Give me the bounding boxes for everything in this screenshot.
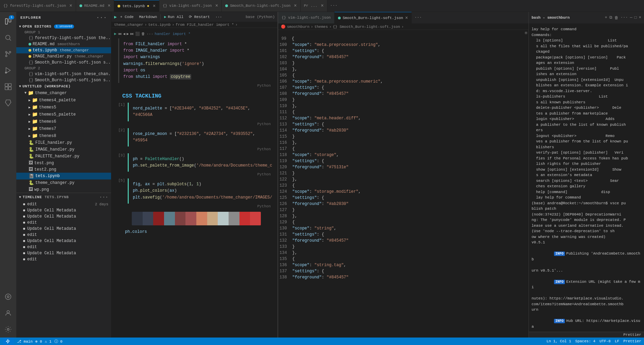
file-palette-handler[interactable]: 🐍 PALETTE_handler.py (16, 153, 111, 160)
folder-theme-changer[interactable]: ▼ 📁 theme_changer (16, 89, 111, 97)
activity-icon-search[interactable] (0, 30, 16, 46)
activity-icon-run[interactable] (0, 62, 16, 79)
activity-icon-test[interactable] (0, 95, 16, 111)
terminal-split-icon[interactable]: ⧉ (609, 15, 612, 20)
clear-icon[interactable]: ⬛ (135, 32, 140, 36)
timeline-item-5[interactable]: Update Cell Metadata (16, 226, 111, 232)
json-code-content[interactable]: 99 { 100 "scope": "meta.preprocessor.str… (278, 36, 529, 338)
json-tab-more[interactable]: ··· (412, 15, 425, 20)
tab-close[interactable]: × (215, 3, 218, 8)
open-editor-forestfly[interactable]: {} forestfly-light-soft.json the... (16, 35, 111, 41)
btn-markdown[interactable]: Markdown (137, 14, 159, 20)
errors-count[interactable]: ⊗ 0 (35, 339, 42, 344)
file-theme-changer-py[interactable]: 🐍 theme_changer.py (16, 179, 111, 186)
tab-vim-json[interactable]: {} vim-light-soft.json (278, 12, 335, 24)
open-editor-readme[interactable]: README.md smoothburn (16, 41, 111, 47)
timeline-item-4[interactable]: edit (16, 220, 111, 226)
open-editor-smooth2[interactable]: {} Smooth_Burn-light-soft.json s... (16, 77, 111, 83)
folder-themes4[interactable]: ▶ 📁 themes4_palette (16, 97, 111, 104)
terminal-add-icon[interactable]: + (605, 15, 607, 20)
tab-close[interactable]: × (69, 3, 72, 8)
cell-code-3[interactable]: rose_pine_moon = ["#232136", "#2A2734", … (128, 128, 271, 146)
activity-icon-accounts[interactable] (0, 305, 16, 321)
nav-icon[interactable]: ⏮ (118, 32, 122, 36)
terminal-content[interactable]: lay help for command Commands: ls [optio… (529, 24, 644, 332)
timeline-item-1[interactable]: edit 2 days (16, 201, 111, 207)
timeline-options[interactable]: ··· (99, 194, 108, 200)
file-test-png[interactable]: 🖼 test.png (16, 160, 111, 166)
tab-close[interactable]: × (321, 3, 323, 8)
open-editor-tets[interactable]: tets.ipynb theme_changer (16, 47, 111, 53)
info-count[interactable]: ⓘ 0 (54, 339, 62, 344)
tab-smooth-json[interactable]: Smooth_Burn-light-soft.json × (335, 12, 412, 24)
remote-indicator[interactable] (3, 338, 14, 345)
btn-run-all[interactable]: ▶ Run All (162, 14, 185, 20)
open-editors-section[interactable]: ▼ OPEN EDITORS 1 unsaved (16, 23, 111, 30)
sidebar-options[interactable]: ··· (96, 15, 107, 21)
file-image-handler[interactable]: 🐍 IMAGE_handler.py (16, 146, 111, 153)
run-icon[interactable]: ▶ (114, 31, 117, 36)
spaces[interactable]: Spaces: 4 (575, 339, 595, 343)
git-branch[interactable]: ⎇ main (17, 339, 33, 344)
terminal-close-icon[interactable]: × (639, 15, 641, 20)
folder-themes6[interactable]: ▶ 📁 themes6 (16, 118, 111, 125)
nav-prev-icon[interactable]: ◀ (123, 32, 125, 36)
cell-code-1[interactable]: from FILE_handler import * from IMAGE_ha… (118, 38, 271, 83)
cell-code-5[interactable]: fig, ax = plt.subplots(1, 1) ph.plot_col… (128, 178, 276, 204)
tab-overflow[interactable]: ··· (327, 3, 340, 8)
ln-col[interactable]: Ln 1, Col 1 (547, 339, 571, 343)
terminal-maximize-icon[interactable]: □ (634, 15, 637, 20)
timeline-item-8[interactable]: edit (16, 244, 111, 250)
open-editor-smooth[interactable]: {} Smooth_Burn-light-soft.json s... (16, 59, 111, 66)
timeline-item-7[interactable]: Update Cell Metadata (16, 238, 111, 244)
timeline-header[interactable]: ▼ TIMELINE tets.ipynb ··· (16, 193, 111, 201)
collapse-icon[interactable]: ⊟ (525, 31, 527, 35)
tab-readme[interactable]: README.md × (76, 0, 114, 12)
activity-icon-extensions[interactable] (0, 79, 16, 95)
timeline-item-10[interactable]: edit (16, 256, 111, 262)
tab-close[interactable]: × (108, 3, 110, 8)
activity-icon-settings[interactable] (0, 321, 16, 338)
folder-themes5-palette[interactable]: ▶ 📁 themes5_palette (16, 111, 111, 118)
tab-close-icon[interactable]: × (405, 15, 408, 21)
file-file-handler[interactable]: 🐍 FILE_handler.py (16, 139, 111, 146)
timeline-item-9[interactable]: Update Cell Metadata (16, 250, 111, 256)
delete-icon[interactable]: 🗑 (141, 32, 145, 36)
workspace-section[interactable]: ▼ UNTITLED (WORKSPACE) (16, 83, 111, 89)
file-test2-png[interactable]: 🖼 test2.png (16, 166, 111, 173)
open-editor-image-handler[interactable]: IMAGE_handler.py theme_changer (16, 53, 111, 59)
more-icon[interactable]: ··· (146, 32, 153, 36)
folder-themes5[interactable]: ▶ 📁 themes5 (16, 104, 111, 111)
nav-next-icon[interactable]: ▶ (127, 32, 129, 36)
btn-code[interactable]: + Code (118, 14, 136, 20)
terminal-minimize-icon[interactable]: ─ (630, 15, 632, 20)
timeline-item-2[interactable]: Update Cell Metadata (16, 207, 111, 213)
activity-icon-remote[interactable] (0, 289, 16, 305)
folder-themes7[interactable]: ▶ 📁 themes7 (16, 125, 111, 132)
tab-tets-ipynb[interactable]: tets.ipynb ● × (114, 0, 159, 12)
btn-restart[interactable]: ⟳ Restart (187, 14, 212, 20)
open-editor-vim[interactable]: {} vim-light-soft.json these_chan... (16, 71, 111, 77)
warnings-count[interactable]: ⚠ 1 (45, 339, 52, 344)
timeline-item-6[interactable]: edit (16, 232, 111, 238)
tab-smoothburn-json[interactable]: Smooth_Burn-light-soft.json × (222, 0, 301, 12)
terminal-more-icon[interactable]: ··· (621, 15, 628, 20)
nav-end-icon[interactable]: ⏭ (130, 32, 134, 36)
eol[interactable]: LF (615, 339, 619, 343)
file-tets-ipynb[interactable]: 📓 tets.ipynb (16, 173, 111, 179)
cell-code-4[interactable]: ph = PaletteHandler() ph.set_palette_fro… (128, 153, 276, 172)
tab-vim-json[interactable]: {} vim-light-soft.json × (159, 0, 222, 12)
language-mode[interactable]: Prettier (623, 339, 641, 343)
tab-close[interactable]: × (294, 3, 297, 8)
cell-code-2[interactable]: nord_palette = ["#2E3440", "#3B4252", "#… (128, 103, 271, 121)
terminal-trash-icon[interactable]: 🗑 (614, 15, 619, 20)
tab-pr[interactable]: Pr ... × (301, 0, 327, 12)
prettier-button[interactable]: Prettier (623, 333, 641, 337)
run-cell-icon[interactable]: ▶ (114, 14, 117, 20)
folder-thenes8[interactable]: ▶ 📁 thenes8 (16, 132, 111, 139)
btn-more[interactable]: ··· (213, 14, 224, 20)
encoding[interactable]: UTF-8 (600, 339, 611, 343)
tab-forestfly[interactable]: {} forestfly-light-soft.json × (0, 0, 76, 12)
activity-icon-scm[interactable] (0, 46, 16, 62)
activity-icon-explorer[interactable]: 1 (0, 13, 16, 30)
